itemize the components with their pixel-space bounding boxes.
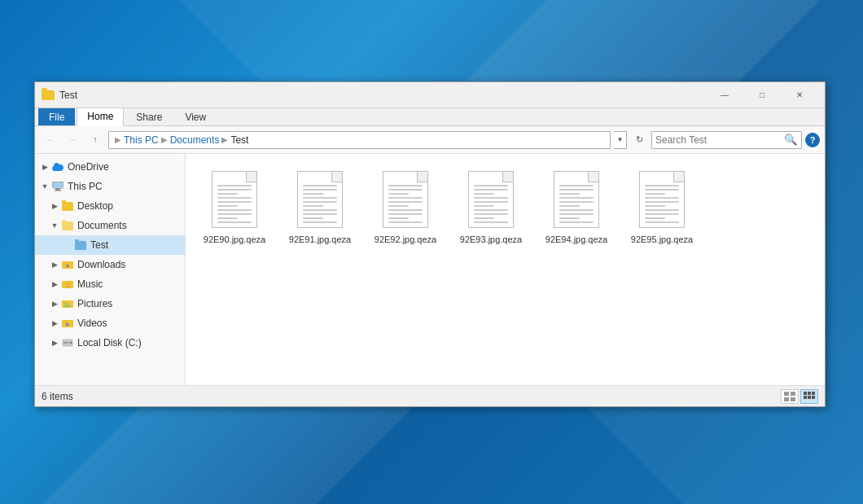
breadcrumb-this-pc[interactable]: This PC xyxy=(124,134,159,146)
sidebar-item-documents-label: Documents xyxy=(77,220,127,231)
expand-onedrive-icon: ▶ xyxy=(38,160,51,173)
file-line xyxy=(217,197,252,199)
file-item[interactable]: 92E91.jpg.qeza xyxy=(279,162,361,252)
svg-point-14 xyxy=(70,342,72,344)
sidebar-item-test[interactable]: Test xyxy=(35,235,185,255)
file-icon xyxy=(296,169,344,230)
tab-home[interactable]: Home xyxy=(77,107,124,126)
file-page-bg xyxy=(639,171,685,228)
file-item[interactable]: 92E93.jpg.qeza xyxy=(450,162,532,252)
maximize-button[interactable]: □ xyxy=(743,82,781,108)
tab-view[interactable]: View xyxy=(174,108,217,125)
tile-view-button[interactable] xyxy=(800,389,818,404)
file-line xyxy=(388,197,423,199)
sidebar-item-pictures-label: Pictures xyxy=(77,298,112,309)
sidebar-item-downloads-label: Downloads xyxy=(77,259,125,270)
file-line xyxy=(559,205,580,207)
svg-rect-24 xyxy=(812,396,815,399)
sidebar-item-videos[interactable]: ▶ Videos xyxy=(35,313,185,333)
file-line xyxy=(645,189,679,191)
address-bar: ← → ↑ ▶ This PC ▶ Documents ▶ Test ▼ ↻ 🔍… xyxy=(35,126,825,154)
title-bar: Test — □ ✕ xyxy=(35,82,825,108)
file-line xyxy=(474,205,494,207)
file-lines xyxy=(474,185,508,226)
folder-pictures-icon xyxy=(61,297,74,310)
file-line xyxy=(303,217,323,219)
folder-icon-title xyxy=(42,90,55,100)
search-button[interactable]: 🔍 xyxy=(783,133,798,147)
sidebar-item-localdisk[interactable]: ▶ Local Disk (C:) xyxy=(35,333,185,353)
folder-downloads-icon xyxy=(61,258,74,271)
refresh-button[interactable]: ↻ xyxy=(630,131,648,149)
sidebar-item-music-label: Music xyxy=(77,278,103,290)
file-lines xyxy=(303,185,337,226)
address-dropdown[interactable]: ▼ xyxy=(614,131,627,149)
file-line xyxy=(217,213,252,215)
sidebar-item-desktop[interactable]: ▶ Desktop xyxy=(35,196,185,216)
breadcrumb-documents[interactable]: Documents xyxy=(170,134,220,146)
close-button[interactable]: ✕ xyxy=(781,82,818,108)
sidebar-item-thispc[interactable]: ▼ This PC xyxy=(35,177,185,196)
cloud-icon xyxy=(51,160,64,173)
list-view-button[interactable] xyxy=(781,389,799,404)
file-item[interactable]: 92E92.jpg.qeza xyxy=(365,162,446,252)
file-area: 92E90.jpg.qeza92E91.jpg.qeza92E92.jpg.qe… xyxy=(186,154,825,385)
file-page-bg xyxy=(554,171,599,228)
expand-documents-icon: ▼ xyxy=(48,219,61,232)
breadcrumb-pc-icon: ▶ xyxy=(115,135,121,144)
forward-button[interactable]: → xyxy=(63,131,82,149)
svg-rect-1 xyxy=(53,182,63,188)
search-input[interactable] xyxy=(655,134,783,146)
tab-share[interactable]: Share xyxy=(125,108,173,125)
file-line xyxy=(645,221,679,223)
file-line xyxy=(388,205,409,207)
breadcrumb-sep-1: ▶ xyxy=(161,135,168,144)
help-button[interactable]: ? xyxy=(805,133,820,147)
file-line xyxy=(217,193,238,195)
file-page-bg xyxy=(468,171,514,228)
file-line xyxy=(474,209,508,211)
expand-music-icon: ▶ xyxy=(48,278,61,291)
title-icon xyxy=(42,89,55,102)
file-name-label: 92E95.jpg.qeza xyxy=(631,234,693,245)
file-line xyxy=(559,185,594,186)
file-item[interactable]: 92E94.jpg.qeza xyxy=(536,162,617,252)
minimize-button[interactable]: — xyxy=(706,82,743,108)
sidebar-item-pictures[interactable]: ▶ Pictures xyxy=(35,294,185,313)
file-line xyxy=(559,201,594,203)
sidebar-item-thispc-label: This PC xyxy=(68,181,103,192)
up-button[interactable]: ↑ xyxy=(85,131,105,149)
breadcrumb[interactable]: ▶ This PC ▶ Documents ▶ Test xyxy=(108,131,611,149)
sidebar-item-test-label: Test xyxy=(90,239,108,251)
sidebar-item-music[interactable]: ▶ ♫ Music xyxy=(35,274,185,294)
sidebar-item-downloads[interactable]: ▶ Downloads xyxy=(35,255,185,274)
svg-rect-15 xyxy=(784,392,789,396)
file-line xyxy=(303,201,337,203)
file-line xyxy=(559,213,594,215)
file-line xyxy=(559,193,580,195)
back-button[interactable]: ← xyxy=(40,131,59,149)
sidebar-item-documents[interactable]: ▼ Documents xyxy=(35,216,185,235)
expand-test-icon xyxy=(61,239,74,252)
file-item[interactable]: 92E90.jpg.qeza xyxy=(194,162,275,252)
explorer-window: Test — □ ✕ File Home Share View ← → ↑ ▶ … xyxy=(34,81,826,407)
file-item[interactable]: 92E95.jpg.qeza xyxy=(621,162,703,252)
file-line xyxy=(645,185,679,186)
breadcrumb-test[interactable]: Test xyxy=(230,134,248,146)
file-line xyxy=(217,209,252,211)
file-lines xyxy=(559,185,594,226)
file-page-bg xyxy=(212,171,257,228)
file-line xyxy=(474,197,508,199)
ribbon-tabs: File Home Share View xyxy=(35,108,825,126)
file-line xyxy=(388,193,409,195)
svg-rect-13 xyxy=(64,342,68,344)
file-lines xyxy=(388,185,423,226)
sidebar: ▶ OneDrive ▼ This PC ▶ Desktop xyxy=(35,154,186,385)
sidebar-item-onedrive[interactable]: ▶ OneDrive xyxy=(35,157,185,177)
search-box[interactable]: 🔍 xyxy=(651,131,802,149)
file-line xyxy=(388,221,423,223)
tab-file[interactable]: File xyxy=(38,108,75,125)
file-line xyxy=(645,197,679,199)
file-line xyxy=(388,209,423,211)
hdd-icon xyxy=(61,336,74,349)
